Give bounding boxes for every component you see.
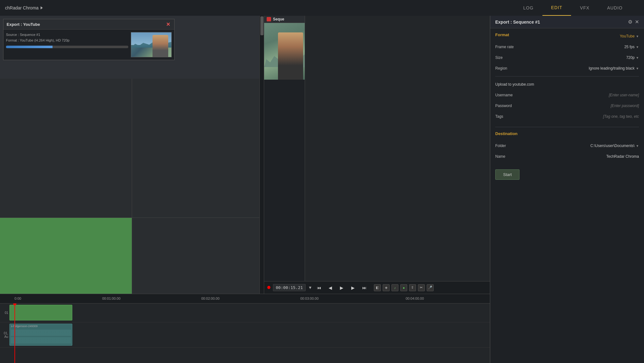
esp-title: Export : Sequence #1 [495,20,540,25]
tab-vfx[interactable]: VFX [571,0,598,16]
export-icon[interactable]: ⇧ [409,284,416,291]
audio-waveform [11,330,71,336]
esp-tags-input[interactable] [527,114,639,119]
esp-framerate-value[interactable]: 25 fps ▼ [624,45,639,49]
esp-size-arrow: ▼ [636,56,639,60]
transport-prev-button[interactable]: ◀ [326,283,335,292]
export-progress-bar-container [6,46,128,48]
app-title: chRadar Chroma [0,5,48,10]
export-dialog-info: Source : Sequence #1 Format : YouTube (H… [6,32,128,57]
top-bar: chRadar Chroma LOG EDIT VFX AUDIO [0,0,644,16]
transport-first-button[interactable]: ⏮ [315,283,324,292]
esp-start-button[interactable]: Start [495,169,519,180]
esp-folder-text: C:\Users\user\Documents\ [590,144,635,148]
export-dialog-close-button[interactable]: ✕ [165,21,171,27]
esp-password-input[interactable] [527,104,639,108]
timecode-dropdown-icon[interactable]: ▼ [308,285,312,290]
esp-size-value[interactable]: 720p ▼ [626,55,639,60]
esp-format-text: YouTube [620,34,635,38]
esp-folder-value[interactable]: C:\Users\user\Documents\ ▼ [590,144,639,148]
esp-size-text: 720p [626,55,635,60]
time-marker-3: 00:03:00.00 [300,297,319,300]
esp-framerate-text: 25 fps [624,45,635,49]
esp-close-button[interactable]: ✕ [635,19,639,25]
time-marker-4: 00:04:00.00 [406,297,424,300]
esp-destination-section-title: Destination [495,131,518,136]
timecode-playhead-dot [267,285,270,290]
esp-framerate-row: Frame rate 25 fps ▼ [495,43,639,51]
transport-next-button[interactable]: ▶ [349,283,358,292]
esp-region-row: Region Ignore leading/trailing black ▼ [495,64,639,72]
esp-format-section-title: Format [495,32,509,37]
left-preview: Export : YouTube ✕ Source : Sequence #1 … [0,16,264,294]
time-marker-2: 00:02:00.00 [201,297,219,300]
thumb-person [153,35,168,57]
time-marker-0: 0:00 [14,297,21,300]
nav-tabs: LOG EDIT VFX AUDIO [514,0,631,16]
seq-thumb-person [278,32,303,80]
divider-1 [495,76,639,77]
timecode-display[interactable]: 00:00:15.21 [273,284,306,291]
sequence-header: Seque [264,16,305,23]
mic-icon[interactable]: 🎤 [427,284,434,291]
esp-folder-arrow: ▼ [636,144,639,148]
esp-name-value: TechRadar Chroma [606,154,639,159]
audio-icon-1[interactable]: ◧ [374,284,381,291]
esp-format-arrow: ▼ [636,35,639,38]
esp-password-label: Password [495,104,527,108]
video-clip[interactable] [9,305,72,320]
divider-2 [495,127,639,127]
esp-password-row: Password [495,102,639,110]
esp-region-label: Region [495,66,527,71]
esp-folder-row: Folder C:\Users\user\Documents\ ▼ [495,142,639,150]
esp-destination-header-row: Destination [495,131,639,139]
audio-icon-2[interactable]: ◈ [383,284,390,291]
tab-audio[interactable]: AUDIO [598,0,631,16]
esp-format-section: Format YouTube ▼ Frame rate 25 fps ▼ Siz… [495,32,639,121]
esp-body: Format YouTube ▼ Frame rate 25 fps ▼ Siz… [490,28,644,184]
esp-region-text: Ignore leading/trailing black [589,66,635,71]
export-dialog-header: Export : YouTube ✕ [3,19,174,30]
speaker-icon[interactable]: ♪ [391,284,398,291]
cut-icon[interactable]: ✂ [418,284,425,291]
esp-tags-row: Tags [495,112,639,121]
esp-settings-button[interactable]: ⚙ [628,19,632,25]
tab-log[interactable]: LOG [514,0,542,16]
esp-header: Export : Sequence #1 ⚙ ✕ [490,16,644,28]
audio-clip[interactable]: s-holgersson-249309 [9,324,72,346]
esp-header-controls: ⚙ ✕ [628,19,639,25]
esp-size-label: Size [495,55,527,60]
video-track-label: 01 [0,310,9,316]
viewer-q2 [132,79,264,218]
sequence-panel: Seque [264,16,305,281]
sequence-red-dot [267,17,271,21]
esp-upload-label[interactable]: Upload to youtube.com [495,82,534,87]
esp-size-row: Size 720p ▼ [495,54,639,62]
green-dot-icon[interactable]: ● [400,284,407,291]
esp-username-input[interactable] [527,93,639,97]
export-source-line: Source : Sequence #1 [6,32,128,38]
tab-edit[interactable]: EDIT [542,0,571,16]
app-menu-icon[interactable] [41,6,43,9]
esp-format-value[interactable]: YouTube ▼ [620,34,639,38]
export-dialog-body: Source : Sequence #1 Format : YouTube (H… [3,30,174,60]
esp-framerate-arrow: ▼ [636,45,639,49]
esp-framerate-label: Frame rate [495,45,527,49]
esp-region-value[interactable]: Ignore leading/trailing black ▼ [589,66,639,71]
transport-last-button[interactable]: ⏭ [360,283,369,292]
export-thumbnail [131,32,172,57]
esp-destination-section: Destination Folder C:\Users\user\Documen… [495,131,639,161]
audio-track-label: 01, Au [0,330,9,340]
playhead-line [14,303,15,363]
esp-name-row: Name TechRadar Chroma [495,152,639,161]
app-name-text: chRadar Chroma [5,5,39,10]
transport-play-button[interactable]: ▶ [337,283,346,292]
esp-format-header-row: Format YouTube ▼ [495,32,639,40]
export-youtube-dialog: Export : YouTube ✕ Source : Sequence #1 … [3,19,175,60]
esp-username-row: Username [495,91,639,99]
esp-name-label: Name [495,154,527,159]
scrollbar-thumb [260,16,264,35]
sequence-thumbnail [264,23,305,80]
left-scrollbar[interactable] [259,16,264,294]
time-marker-1: 00:01:00.00 [102,297,120,300]
